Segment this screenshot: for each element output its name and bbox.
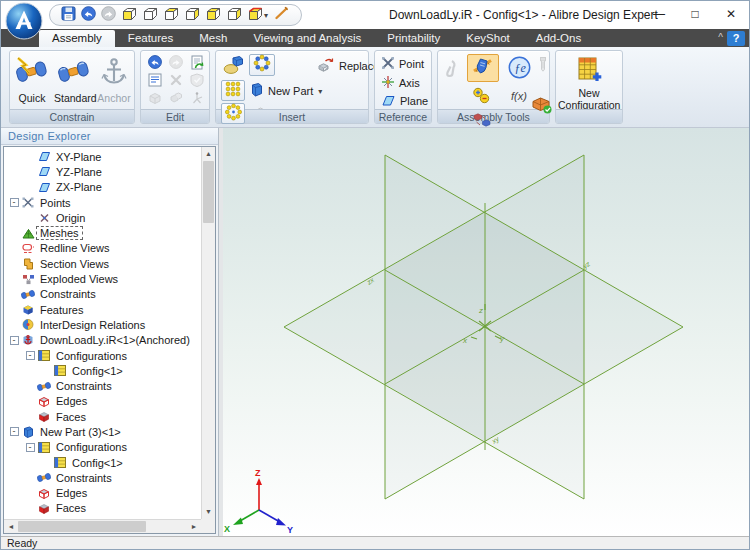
reference-point-button[interactable]: Point (381, 55, 428, 74)
expander-minus-icon[interactable]: - (24, 351, 36, 360)
show-hide-button[interactable] (471, 87, 492, 108)
view-back-button[interactable] (141, 6, 159, 24)
new-configuration-button[interactable]: New Configuration (558, 53, 620, 111)
view-bottom-button[interactable] (225, 6, 243, 24)
tree-item-points[interactable]: -Points (4, 195, 201, 210)
tree-item-xy-plane[interactable]: XY-Plane (4, 149, 201, 164)
fx-parameters-button[interactable]: f(x) (511, 90, 527, 102)
minus-box-icon[interactable]: - (10, 336, 19, 345)
scroll-left-icon[interactable]: ◄ (4, 520, 18, 533)
tab-keyshot[interactable]: KeyShot (453, 30, 522, 47)
help-button[interactable]: ? (727, 31, 745, 46)
vertical-scroll-thumb[interactable] (203, 161, 214, 223)
linear-pattern-button[interactable] (221, 80, 245, 101)
tree-item-config-1[interactable]: Config<1> (4, 455, 201, 470)
close-button[interactable]: ✕ (713, 1, 749, 29)
point-icon (381, 56, 395, 72)
horizontal-scroll-thumb[interactable] (18, 521, 146, 532)
scroll-down-icon[interactable]: ▼ (202, 505, 215, 519)
tab-features[interactable]: Features (115, 30, 186, 47)
expander-minus-icon[interactable]: - (8, 336, 20, 345)
tree-item-interdesign-relations[interactable]: InterDesign Relations (4, 317, 201, 332)
scroll-right-icon[interactable]: ► (187, 520, 201, 533)
tree-horizontal-scrollbar[interactable]: ◄ ► (4, 519, 201, 533)
clamp-button[interactable] (443, 59, 459, 83)
window-title: DownLoadLy.iR - Config<1> - Alibre Desig… (389, 8, 658, 22)
tree-item-edges[interactable]: Edges (4, 486, 201, 501)
tree-item-constraints[interactable]: Constraints (4, 470, 201, 485)
update-design-button[interactable] (186, 55, 207, 73)
quick-constraint-button[interactable]: Quick (12, 54, 52, 109)
tree-item-zx-plane[interactable]: ZX-Plane (4, 180, 201, 195)
measure-button[interactable] (467, 54, 499, 82)
tree-item-downloadly-ir-1-anchored[interactable]: -DownLoadLy.iR<1>(Anchored) (4, 333, 201, 348)
reference-axis-button[interactable]: Axis (381, 74, 428, 93)
expander-minus-icon[interactable]: - (8, 427, 20, 436)
new-part-button[interactable]: New Part ▾ (250, 82, 322, 100)
tree-item-exploded-views[interactable]: Exploded Views (4, 271, 201, 286)
tree-item-meshes[interactable]: Meshes (4, 225, 201, 240)
tree-item-edges[interactable]: Edges (4, 394, 201, 409)
degrees-of-freedom-button[interactable] (186, 91, 207, 109)
physical-properties-button[interactable] (531, 95, 552, 118)
tree-item-features[interactable]: Features (4, 302, 201, 317)
expander-minus-icon[interactable]: - (24, 443, 36, 452)
minus-box-icon[interactable]: - (26, 351, 35, 360)
redo-button[interactable] (165, 55, 186, 73)
minus-box-icon[interactable]: - (10, 198, 19, 207)
viewport-canvas[interactable]: zxyzxyzxyZXY (223, 128, 749, 536)
redo-button[interactable] (100, 6, 117, 24)
copy-part-button[interactable] (165, 91, 186, 109)
save-button[interactable] (60, 6, 77, 24)
tab-printability[interactable]: Printability (374, 30, 453, 47)
tree-item-faces[interactable]: Faces (4, 409, 201, 424)
tree-item-constraints[interactable]: Constraints (4, 378, 201, 393)
tree-item-configurations[interactable]: -Configurations (4, 440, 201, 455)
view-iso-button[interactable]: ▾ (246, 6, 269, 24)
circular-pattern-button[interactable] (221, 103, 245, 124)
tree-item-faces[interactable]: Faces (4, 501, 201, 516)
tab-assembly[interactable]: Assembly (39, 30, 115, 47)
minus-box-icon[interactable]: - (10, 427, 19, 436)
tree-item-config-1[interactable]: Config<1> (4, 363, 201, 378)
reference-plane-button[interactable]: Plane (381, 92, 428, 111)
move-part-button[interactable] (144, 91, 165, 109)
properties-button[interactable] (144, 73, 165, 91)
bolt-button[interactable] (534, 55, 552, 77)
standard-constraint-button[interactable]: Standard (54, 54, 94, 109)
replace-button[interactable]: Replace (316, 57, 379, 75)
expander-minus-icon[interactable]: - (8, 198, 20, 207)
minus-box-icon[interactable]: - (26, 443, 35, 452)
tree-item-section-views[interactable]: Section Views (4, 256, 201, 271)
measure-button[interactable] (272, 6, 291, 24)
view-top-button[interactable] (204, 6, 222, 24)
insert-part-button[interactable] (221, 56, 247, 78)
equation-editor-button[interactable]: ƒe (508, 56, 531, 83)
undo-button[interactable] (80, 6, 97, 24)
tree-item-origin[interactable]: Origin (4, 210, 201, 225)
tree-item-new-part-3-1[interactable]: -New Part (3)<1> (4, 424, 201, 439)
tree-item-redline-views[interactable]: Redline Views (4, 241, 201, 256)
maximize-button[interactable]: □ (677, 1, 713, 29)
view-left-button[interactable] (162, 6, 180, 24)
ribbon-collapse-button[interactable]: ^ (718, 32, 723, 43)
view-front-button[interactable] (120, 6, 138, 24)
suppress-button[interactable] (186, 73, 207, 91)
tree-item-yz-plane[interactable]: YZ-Plane (4, 164, 201, 179)
minimize-button[interactable]: — (641, 1, 677, 29)
tree-item-constraints[interactable]: Constraints (4, 287, 201, 302)
tree-rows: XY-PlaneYZ-PlaneZX-Plane-PointsOriginMes… (4, 147, 201, 519)
tree-item-configurations[interactable]: -Configurations (4, 348, 201, 363)
dropdown-caret-icon[interactable]: ▾ (264, 11, 268, 20)
mirror-button[interactable] (249, 54, 275, 76)
tab-viewing-and-analysis[interactable]: Viewing and Analysis (240, 30, 374, 47)
alibre-logo-icon[interactable] (5, 2, 43, 40)
anchor-button[interactable]: Anchor (94, 54, 134, 109)
tree-vertical-scrollbar[interactable]: ▲ ▼ (201, 147, 215, 519)
tab-mesh[interactable]: Mesh (186, 30, 240, 47)
undo-button[interactable] (144, 55, 165, 73)
tab-add-ons[interactable]: Add-Ons (523, 30, 594, 47)
delete-button[interactable] (165, 73, 186, 91)
view-right-button[interactable] (183, 6, 201, 24)
scroll-up-icon[interactable]: ▲ (202, 147, 215, 161)
